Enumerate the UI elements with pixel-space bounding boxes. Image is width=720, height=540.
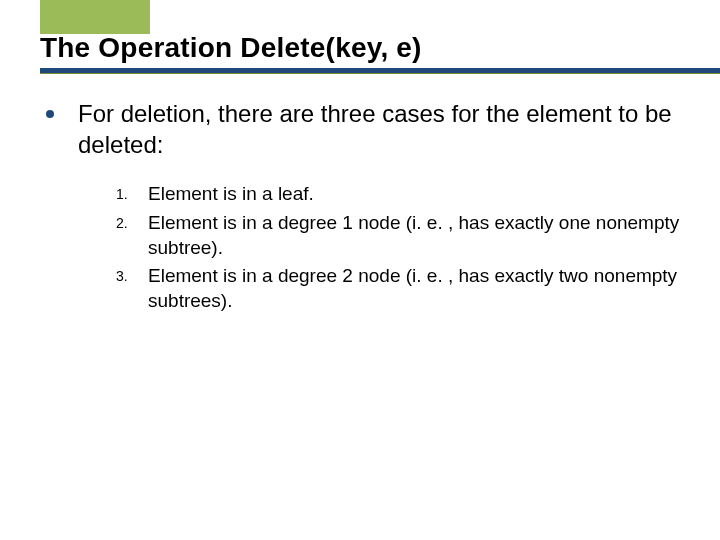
slide-title: The Operation Delete(key, e) <box>40 32 422 64</box>
list-item: 3. Element is in a degree 2 node (i. e. … <box>116 264 680 313</box>
list-number: 3. <box>116 264 148 284</box>
slide: The Operation Delete(key, e) For deletio… <box>0 0 720 540</box>
slide-body: For deletion, there are three cases for … <box>40 92 680 318</box>
bullet-dot-icon <box>46 110 54 118</box>
bullet-row: For deletion, there are three cases for … <box>40 98 680 160</box>
list-text: Element is in a leaf. <box>148 182 314 207</box>
list-number: 1. <box>116 182 148 202</box>
accent-block <box>40 0 150 34</box>
title-underline-olive <box>40 73 720 74</box>
list-item: 2. Element is in a degree 1 node (i. e. … <box>116 211 680 260</box>
list-number: 2. <box>116 211 148 231</box>
intro-text: For deletion, there are three cases for … <box>78 98 680 160</box>
numbered-list: 1. Element is in a leaf. 2. Element is i… <box>116 182 680 313</box>
list-text: Element is in a degree 2 node (i. e. , h… <box>148 264 680 313</box>
list-text: Element is in a degree 1 node (i. e. , h… <box>148 211 680 260</box>
list-item: 1. Element is in a leaf. <box>116 182 680 207</box>
